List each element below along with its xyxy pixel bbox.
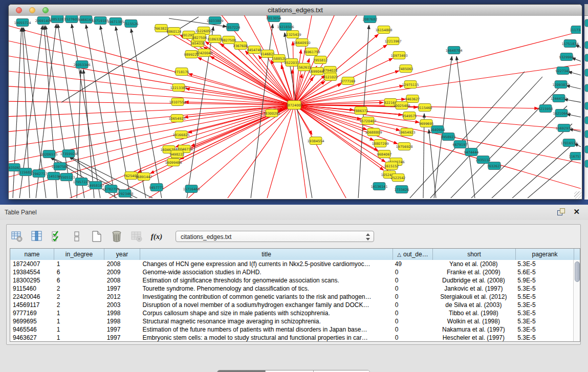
scrollbar-thumb[interactable] bbox=[575, 261, 580, 282]
sort-ascending-icon: △ bbox=[397, 252, 401, 257]
table-cell: 5.3E-5 bbox=[515, 325, 573, 334]
table-cell: Structural magnetic resonance image aver… bbox=[140, 317, 393, 325]
network-window[interactable]: citations_edges.txt bbox=[8, 4, 582, 200]
table-cell: 0 bbox=[393, 301, 432, 309]
table-cell: 6 bbox=[54, 268, 104, 276]
table-cell: 5.3E-5 bbox=[515, 285, 573, 293]
table-cell: Estimation of the future numbers of pati… bbox=[140, 325, 393, 334]
table-cell: 1 bbox=[54, 260, 104, 268]
table-panel: Table Panel ✕ bbox=[0, 205, 588, 372]
column-header-out_de[interactable]: △out_de… bbox=[393, 249, 433, 260]
table-cell: Wolkin et al. (1998) bbox=[432, 317, 515, 325]
table-row[interactable]: 946362711997Embryonic stem cells: a mode… bbox=[10, 334, 573, 341]
table-cell: 9463627 bbox=[10, 334, 54, 341]
network-canvas[interactable] bbox=[9, 16, 582, 199]
table-cell: 9465546 bbox=[10, 325, 54, 334]
table-cell: 5.3E-5 bbox=[515, 309, 573, 317]
table-cell: 6 bbox=[54, 276, 104, 285]
table-cell: Nakamura et al. (1997) bbox=[432, 325, 515, 334]
row-height-button[interactable] bbox=[70, 229, 84, 244]
table-cell: 2 bbox=[54, 301, 104, 309]
table-selector-dropdown[interactable]: citations_edges.txt bbox=[176, 231, 374, 242]
table-cell: Yano et al. (2008) bbox=[432, 260, 515, 268]
import-table-disabled-button bbox=[129, 229, 144, 244]
table-cell: 22420046 bbox=[10, 293, 54, 301]
column-header-short[interactable]: short bbox=[433, 249, 516, 260]
column-header-year[interactable]: year bbox=[104, 249, 140, 260]
table-cell: 9115460 bbox=[10, 285, 54, 293]
float-window-icon[interactable] bbox=[557, 208, 565, 216]
column-header-pagerank[interactable]: pagerank bbox=[516, 249, 574, 260]
column-header-in_degree[interactable]: in_degree bbox=[54, 249, 104, 260]
node-table: namein_degreeyeartitle△out_de…shortpager… bbox=[10, 248, 580, 342]
panel-close-icon[interactable]: ✕ bbox=[573, 207, 580, 216]
column-header-name[interactable]: name bbox=[10, 249, 54, 260]
table-cell: Investigating the contribution of common… bbox=[140, 293, 393, 301]
table-header-row[interactable]: namein_degreeyeartitle△out_de…shortpager… bbox=[10, 249, 580, 260]
table-cell: 1997 bbox=[104, 334, 140, 341]
window-title: citations_edges.txt bbox=[9, 6, 582, 14]
table-body: 1872400712008Changes of HCN gene express… bbox=[10, 260, 573, 341]
table-cell: 1 bbox=[54, 317, 104, 325]
function-builder-button[interactable]: f(x) bbox=[149, 229, 164, 244]
table-row[interactable]: 1938455462009Genome-wide association stu… bbox=[10, 268, 573, 276]
new-file-button[interactable] bbox=[90, 229, 104, 244]
table-cell: 2 bbox=[54, 293, 104, 301]
table-cell: Franke et al. (2009) bbox=[432, 268, 515, 276]
table-cell: Jankovic et al. (1997) bbox=[432, 285, 515, 293]
table-settings-button[interactable] bbox=[10, 229, 24, 244]
table-cell: Embryonic stem cells: a model to study s… bbox=[140, 334, 393, 341]
table-row[interactable]: 911546021997Tourette syndrome. Phenomeno… bbox=[10, 285, 573, 293]
table-cell: 9699695 bbox=[10, 317, 54, 325]
table-cell: 5.9E-5 bbox=[515, 276, 573, 285]
table-cell: 9777169 bbox=[10, 309, 54, 317]
table-cell: 49 bbox=[393, 260, 432, 268]
table-cell: 2003 bbox=[104, 301, 140, 309]
table-cell: 5.3E-5 bbox=[515, 260, 573, 268]
table-row[interactable]: 1830029562008Estimation of significance … bbox=[10, 276, 573, 285]
table-row[interactable]: 1872400712008Changes of HCN gene express… bbox=[10, 260, 573, 268]
vertical-scrollbar[interactable] bbox=[573, 260, 580, 341]
table-row[interactable]: 2242004622012Investigating the contribut… bbox=[10, 293, 573, 301]
table-row[interactable]: 946554611997Estimation of the future num… bbox=[10, 325, 573, 334]
table-tab-bar: Node TableEdge TableNetwork Table bbox=[7, 370, 580, 372]
table-row[interactable]: 1456911722003Disruption of a novel membe… bbox=[10, 301, 573, 309]
table-cell: 5.3E-5 bbox=[515, 317, 573, 325]
table-cell: 2009 bbox=[104, 268, 140, 276]
table-panel-header: Table Panel ✕ bbox=[0, 205, 588, 220]
table-cell: 2008 bbox=[104, 260, 140, 268]
resize-grip[interactable] bbox=[574, 191, 581, 199]
table-cell: 0 bbox=[393, 334, 432, 341]
background-window-sliver bbox=[584, 4, 588, 200]
table-cell: Estimation of significance thresholds fo… bbox=[140, 276, 393, 285]
table-cell: Disruption of a novel member of a sodium… bbox=[140, 301, 393, 309]
table-cell: 18300295 bbox=[10, 276, 54, 285]
table-cell: 0 bbox=[393, 268, 432, 276]
table-cell: Stergiakouli et al. (2012) bbox=[432, 293, 515, 301]
delete-button[interactable] bbox=[110, 229, 124, 244]
table-cell: 5.3E-5 bbox=[515, 334, 573, 341]
table-cell: Corpus callosum shape and size in male p… bbox=[140, 309, 393, 317]
table-row[interactable]: 969969511998Structural magnetic resonanc… bbox=[10, 317, 573, 325]
table-cell: 0 bbox=[393, 276, 432, 285]
table-cell: 1 bbox=[54, 309, 104, 317]
table-cell: Genome-wide association studies in ADHD. bbox=[140, 268, 393, 276]
select-rows-button[interactable] bbox=[50, 229, 64, 244]
table-cell: 0 bbox=[393, 293, 432, 301]
window-titlebar[interactable]: citations_edges.txt bbox=[9, 5, 582, 16]
table-row[interactable]: 977716911998Corpus callosum shape and si… bbox=[10, 309, 573, 317]
table-cell: 5.5E-5 bbox=[515, 293, 573, 301]
table-tabs: Node TableEdge TableNetwork Table bbox=[217, 370, 369, 372]
column-header-title[interactable]: title bbox=[140, 249, 393, 260]
table-cell: 14569117 bbox=[10, 301, 54, 309]
table-cell: 1998 bbox=[104, 317, 140, 325]
table-cell: Dudbridge et al. (2008) bbox=[432, 276, 515, 285]
panel-title: Table Panel bbox=[5, 209, 37, 216]
table-card: f(x) citations_edges.txt namein_degreeye… bbox=[6, 224, 581, 345]
table-cell: 1997 bbox=[104, 285, 140, 293]
table-toolbar: f(x) citations_edges.txt bbox=[10, 227, 374, 246]
table-cell: Hescheler et al. (1997) bbox=[432, 334, 515, 341]
table-cell: 1997 bbox=[104, 325, 140, 334]
column-visibility-button[interactable] bbox=[30, 229, 44, 244]
table-cell: 5.3E-5 bbox=[515, 301, 573, 309]
